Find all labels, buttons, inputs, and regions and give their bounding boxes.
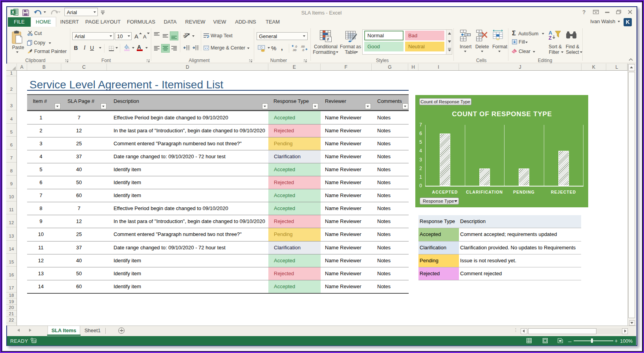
svg-text:.00: .00 — [292, 48, 296, 52]
svg-text:.0: .0 — [302, 48, 304, 52]
svg-text:Z: Z — [549, 35, 552, 41]
svg-text:≠: ≠ — [327, 37, 330, 42]
svg-text:X: X — [11, 10, 15, 15]
